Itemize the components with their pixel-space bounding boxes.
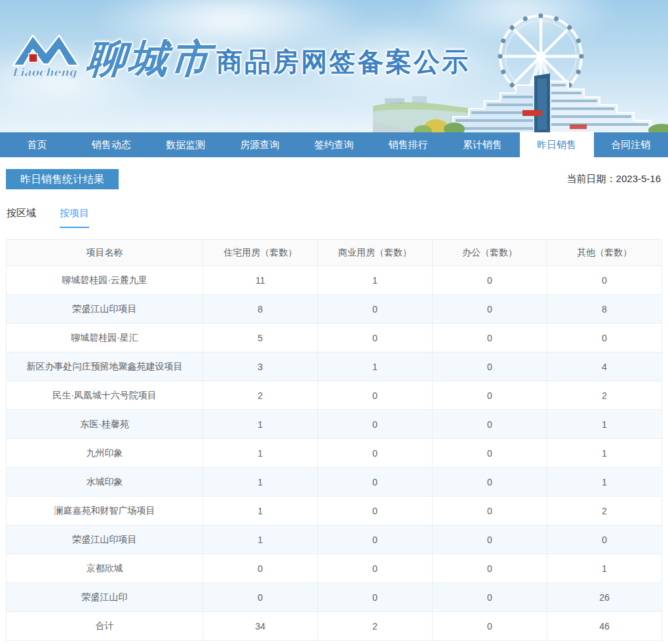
count-cell: 0 bbox=[433, 525, 547, 554]
project-name-cell: 民生·凤凰城十六号院项目 bbox=[7, 381, 203, 410]
subtab-按区域[interactable]: 按区域 bbox=[7, 207, 36, 228]
count-cell: 46 bbox=[547, 612, 662, 641]
count-cell: 1 bbox=[203, 468, 318, 497]
project-name-cell: 九州印象 bbox=[7, 439, 203, 468]
count-cell: 11 bbox=[203, 266, 318, 295]
count-cell: 1 bbox=[547, 554, 662, 583]
count-cell: 0 bbox=[203, 554, 318, 583]
banner: Liaocheng 聊城市 商品房网签备案公示 bbox=[0, 0, 668, 132]
table-row: 东医·桂馨苑1001 bbox=[7, 410, 662, 439]
liaocheng-logo-icon: Liaocheng bbox=[10, 28, 81, 79]
project-name-cell: 荣盛江山印项目 bbox=[7, 525, 203, 554]
count-cell: 2 bbox=[203, 381, 318, 410]
count-cell: 0 bbox=[318, 381, 433, 410]
count-cell: 34 bbox=[203, 612, 318, 641]
current-date: 当前日期：2023-5-16 bbox=[567, 173, 662, 185]
page-head: 昨日销售统计结果 当前日期：2023-5-16 bbox=[6, 169, 662, 189]
count-cell: 8 bbox=[547, 295, 662, 324]
table-row: 九州印象1001 bbox=[7, 439, 662, 468]
nav-item-首页[interactable]: 首页 bbox=[0, 132, 74, 157]
table-row: 合计342046 bbox=[7, 612, 662, 641]
project-name-cell: 澜庭嘉苑和财智广场项目 bbox=[7, 497, 203, 525]
view-subtabs: 按区域按项目 bbox=[7, 207, 662, 228]
count-cell: 0 bbox=[433, 554, 547, 583]
project-name-cell: 水城印象 bbox=[7, 468, 203, 497]
subtab-按项目[interactable]: 按项目 bbox=[60, 207, 89, 228]
nav-item-累计销售[interactable]: 累计销售 bbox=[445, 132, 519, 157]
nav-item-昨日销售[interactable]: 昨日销售 bbox=[520, 132, 594, 157]
column-header: 其他（套数） bbox=[547, 240, 662, 266]
count-cell: 0 bbox=[318, 554, 433, 583]
column-header: 商业用房（套数） bbox=[318, 240, 433, 266]
count-cell: 0 bbox=[318, 468, 433, 497]
count-cell: 0 bbox=[433, 497, 547, 525]
count-cell: 0 bbox=[433, 352, 547, 381]
count-cell: 1 bbox=[203, 525, 318, 554]
project-name-cell: 合计 bbox=[7, 612, 203, 641]
nav-item-销售排行[interactable]: 销售排行 bbox=[371, 132, 445, 157]
count-cell: 26 bbox=[547, 583, 662, 612]
project-name-cell: 聊城碧桂园·星汇 bbox=[7, 324, 203, 352]
nav-item-数据监测[interactable]: 数据监测 bbox=[148, 132, 222, 157]
main-nav: 首页销售动态数据监测房源查询签约查询销售排行累计销售昨日销售合同注销 bbox=[0, 132, 668, 157]
column-header: 办公（套数） bbox=[433, 240, 547, 266]
site-subtitle: 商品房网签备案公示 bbox=[216, 47, 470, 79]
project-name-cell: 京都欣城 bbox=[7, 554, 203, 583]
project-name-cell: 荣盛江山印项目 bbox=[7, 295, 203, 324]
count-cell: 4 bbox=[547, 352, 662, 381]
current-date-label: 当前日期： bbox=[567, 173, 616, 184]
table-row: 京都欣城0001 bbox=[7, 554, 662, 583]
table-row: 荣盛江山印项目1000 bbox=[7, 525, 662, 554]
column-header: 项目名称 bbox=[7, 240, 203, 266]
table-row: 荣盛江山印00026 bbox=[7, 583, 662, 612]
count-cell: 1 bbox=[203, 497, 318, 525]
count-cell: 1 bbox=[203, 439, 318, 468]
count-cell: 0 bbox=[433, 324, 547, 352]
project-name-cell: 聊城碧桂园·云麓九里 bbox=[7, 266, 203, 295]
site-name: 聊城市 bbox=[85, 39, 214, 79]
count-cell: 0 bbox=[433, 410, 547, 439]
count-cell: 0 bbox=[318, 525, 433, 554]
sales-table: 项目名称住宅用房（套数）商业用房（套数）办公（套数）其他（套数） 聊城碧桂园·云… bbox=[6, 239, 662, 641]
table-row: 聊城碧桂园·星汇5000 bbox=[7, 324, 662, 352]
project-name-cell: 荣盛江山印 bbox=[7, 583, 203, 612]
table-row: 聊城碧桂园·云麓九里11100 bbox=[7, 266, 662, 295]
project-name-cell: 东医·桂馨苑 bbox=[7, 410, 203, 439]
count-cell: 1 bbox=[318, 266, 433, 295]
project-name-cell: 新区办事处闫庄预留地聚鑫苑建设项目 bbox=[7, 352, 203, 381]
table-body: 聊城碧桂园·云麓九里11100荣盛江山印项目8008聊城碧桂园·星汇5000新区… bbox=[7, 266, 662, 641]
main-content: 昨日销售统计结果 当前日期：2023-5-16 按区域按项目 项目名称住宅用房（… bbox=[0, 169, 668, 641]
count-cell: 1 bbox=[547, 410, 662, 439]
count-cell: 0 bbox=[203, 583, 318, 612]
count-cell: 0 bbox=[433, 468, 547, 497]
count-cell: 1 bbox=[547, 439, 662, 468]
current-date-value: 2023-5-16 bbox=[616, 173, 661, 184]
table-row: 澜庭嘉苑和财智广场项目1002 bbox=[7, 497, 662, 525]
count-cell: 0 bbox=[318, 583, 433, 612]
count-cell: 0 bbox=[318, 295, 433, 324]
table-row: 荣盛江山印项目8008 bbox=[7, 295, 662, 324]
count-cell: 1 bbox=[318, 352, 433, 381]
count-cell: 1 bbox=[203, 410, 318, 439]
count-cell: 0 bbox=[318, 410, 433, 439]
table-header-row: 项目名称住宅用房（套数）商业用房（套数）办公（套数）其他（套数） bbox=[7, 240, 662, 266]
count-cell: 2 bbox=[318, 612, 433, 641]
count-cell: 0 bbox=[318, 439, 433, 468]
logo-script-text: Liaocheng bbox=[12, 66, 78, 79]
page-title: 昨日销售统计结果 bbox=[6, 169, 119, 189]
count-cell: 0 bbox=[547, 266, 662, 295]
count-cell: 0 bbox=[433, 583, 547, 612]
count-cell: 0 bbox=[433, 439, 547, 468]
count-cell: 0 bbox=[433, 295, 547, 324]
nav-item-签约查询[interactable]: 签约查询 bbox=[297, 132, 371, 157]
count-cell: 8 bbox=[203, 295, 318, 324]
count-cell: 5 bbox=[203, 324, 318, 352]
table-row: 新区办事处闫庄预留地聚鑫苑建设项目3104 bbox=[7, 352, 662, 381]
count-cell: 2 bbox=[547, 497, 662, 525]
count-cell: 2 bbox=[547, 381, 662, 410]
nav-item-房源查询[interactable]: 房源查询 bbox=[223, 132, 297, 157]
count-cell: 0 bbox=[433, 266, 547, 295]
count-cell: 0 bbox=[547, 324, 662, 352]
nav-item-销售动态[interactable]: 销售动态 bbox=[74, 132, 148, 157]
nav-item-合同注销[interactable]: 合同注销 bbox=[594, 132, 668, 157]
